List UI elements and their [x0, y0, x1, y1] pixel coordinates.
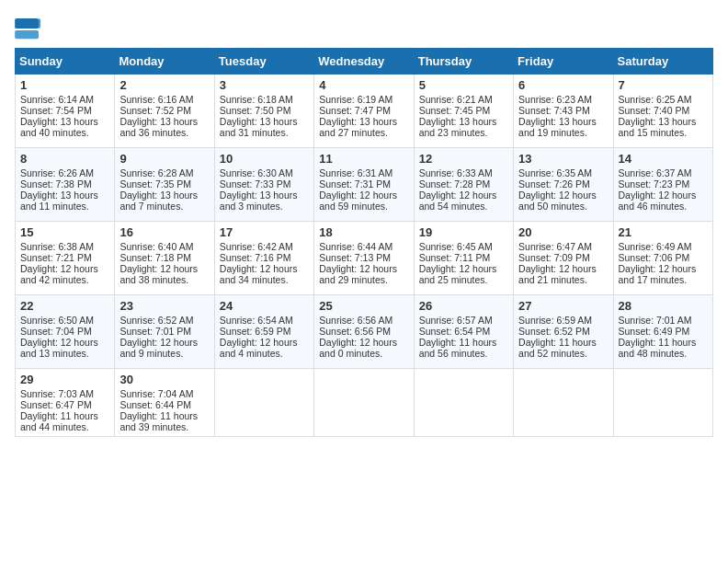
day-info-line: Daylight: 12 hours	[419, 263, 508, 274]
day-info-line: Sunset: 7:09 PM	[518, 252, 608, 263]
day-info-line: Sunrise: 6:37 AM	[619, 167, 708, 178]
calendar-cell: 9Sunrise: 6:28 AMSunset: 7:35 PMDaylight…	[115, 148, 214, 222]
day-info-line: Sunrise: 6:23 AM	[518, 94, 608, 105]
day-info-line: Sunset: 6:54 PM	[419, 326, 508, 337]
calendar-cell	[514, 369, 613, 437]
calendar-cell: 30Sunrise: 7:04 AMSunset: 6:44 PMDayligh…	[115, 369, 214, 437]
calendar-table: SundayMondayTuesdayWednesdayThursdayFrid…	[15, 48, 713, 437]
calendar-cell: 4Sunrise: 6:19 AMSunset: 7:47 PMDaylight…	[314, 75, 414, 148]
day-number: 21	[619, 225, 708, 239]
day-info-line: Daylight: 12 hours	[419, 190, 508, 201]
calendar-cell	[613, 369, 712, 437]
day-info-line: Daylight: 11 hours	[619, 337, 708, 348]
day-info-line: Daylight: 13 hours	[20, 116, 109, 127]
header-thursday: Thursday	[414, 49, 513, 75]
day-info-line: and 4 minutes.	[220, 348, 309, 359]
calendar-cell	[214, 369, 313, 437]
day-number: 30	[119, 373, 209, 386]
day-info-line: Sunrise: 6:45 AM	[419, 241, 508, 252]
day-info-line: Daylight: 12 hours	[518, 263, 608, 274]
svg-rect-2	[15, 30, 39, 39]
day-number: 17	[220, 225, 309, 239]
day-number: 4	[319, 78, 408, 92]
day-info-line: and 13 minutes.	[20, 348, 109, 359]
day-info-line: and 15 minutes.	[619, 127, 708, 138]
header-saturday: Saturday	[613, 49, 712, 75]
day-info-line: Daylight: 13 hours	[619, 116, 708, 127]
day-info-line: Sunset: 7:52 PM	[119, 105, 209, 116]
day-info-line: Daylight: 12 hours	[619, 190, 708, 201]
day-info-line: Daylight: 12 hours	[319, 263, 408, 274]
day-info-line: Sunrise: 6:35 AM	[518, 167, 608, 178]
calendar-cell: 26Sunrise: 6:57 AMSunset: 6:54 PMDayligh…	[414, 295, 513, 369]
day-info-line: and 9 minutes.	[119, 348, 209, 359]
day-info-line: Sunset: 7:40 PM	[619, 105, 708, 116]
day-info-line: and 39 minutes.	[119, 421, 209, 432]
calendar-cell: 5Sunrise: 6:21 AMSunset: 7:45 PMDaylight…	[414, 75, 513, 148]
day-info-line: Sunrise: 6:44 AM	[319, 241, 408, 252]
day-info-line: Daylight: 11 hours	[20, 410, 109, 421]
day-number: 6	[518, 78, 608, 92]
day-info-line: Sunrise: 6:19 AM	[319, 94, 408, 105]
day-info-line: Daylight: 13 hours	[220, 116, 309, 127]
day-info-line: Sunrise: 7:03 AM	[20, 388, 109, 399]
day-info-line: Sunset: 7:23 PM	[619, 178, 708, 190]
day-info-line: Sunset: 7:21 PM	[20, 252, 109, 263]
day-info-line: Daylight: 11 hours	[518, 337, 608, 348]
svg-marker-1	[39, 18, 40, 29]
day-info-line: Sunset: 7:01 PM	[119, 326, 209, 337]
header-tuesday: Tuesday	[214, 49, 313, 75]
day-info-line: and 19 minutes.	[518, 127, 608, 138]
day-info-line: and 25 minutes.	[419, 274, 508, 285]
day-info-line: Sunset: 7:13 PM	[319, 252, 408, 263]
day-number: 10	[220, 152, 309, 166]
day-info-line: Daylight: 11 hours	[119, 410, 209, 421]
day-info-line: Sunset: 7:16 PM	[220, 252, 309, 263]
day-info-line: Sunset: 6:44 PM	[119, 399, 209, 410]
day-info-line: and 42 minutes.	[20, 274, 109, 285]
svg-rect-0	[15, 18, 39, 29]
day-info-line: and 29 minutes.	[319, 274, 408, 285]
header-monday: Monday	[115, 49, 214, 75]
day-info-line: Sunset: 7:11 PM	[419, 252, 508, 263]
day-info-line: and 23 minutes.	[419, 127, 508, 138]
day-info-line: Daylight: 13 hours	[419, 116, 508, 127]
day-number: 1	[20, 78, 109, 92]
calendar-cell: 10Sunrise: 6:30 AMSunset: 7:33 PMDayligh…	[214, 148, 313, 222]
calendar-cell: 18Sunrise: 6:44 AMSunset: 7:13 PMDayligh…	[314, 222, 414, 295]
calendar-cell: 25Sunrise: 6:56 AMSunset: 6:56 PMDayligh…	[314, 295, 414, 369]
day-info-line: Sunset: 6:56 PM	[319, 326, 408, 337]
day-number: 28	[619, 299, 708, 313]
calendar-cell: 21Sunrise: 6:49 AMSunset: 7:06 PMDayligh…	[613, 222, 712, 295]
day-info-line: and 17 minutes.	[619, 274, 708, 285]
calendar-cell: 7Sunrise: 6:25 AMSunset: 7:40 PMDaylight…	[613, 75, 712, 148]
day-info-line: Sunrise: 6:31 AM	[319, 167, 408, 178]
calendar-cell: 1Sunrise: 6:14 AMSunset: 7:54 PMDaylight…	[16, 75, 115, 148]
day-info-line: Sunrise: 6:25 AM	[619, 94, 708, 105]
logo	[15, 18, 42, 40]
day-info-line: Sunset: 7:06 PM	[619, 252, 708, 263]
calendar-cell: 28Sunrise: 7:01 AMSunset: 6:49 PMDayligh…	[613, 295, 712, 369]
day-info-line: and 31 minutes.	[220, 127, 309, 138]
day-info-line: and 52 minutes.	[518, 348, 608, 359]
day-info-line: Sunrise: 6:57 AM	[419, 315, 508, 326]
day-info-line: Daylight: 12 hours	[119, 337, 209, 348]
day-info-line: and 7 minutes.	[119, 201, 209, 212]
day-info-line: and 27 minutes.	[319, 127, 408, 138]
day-info-line: Daylight: 12 hours	[319, 190, 408, 201]
day-number: 24	[220, 299, 309, 313]
calendar-cell: 16Sunrise: 6:40 AMSunset: 7:18 PMDayligh…	[115, 222, 214, 295]
day-info-line: Daylight: 13 hours	[220, 190, 309, 201]
day-info-line: Sunset: 7:35 PM	[119, 178, 209, 190]
day-info-line: Sunrise: 6:18 AM	[220, 94, 309, 105]
calendar-cell: 15Sunrise: 6:38 AMSunset: 7:21 PMDayligh…	[16, 222, 115, 295]
calendar-cell: 23Sunrise: 6:52 AMSunset: 7:01 PMDayligh…	[115, 295, 214, 369]
day-info-line: Sunrise: 6:52 AM	[119, 315, 209, 326]
day-info-line: Sunset: 6:52 PM	[518, 326, 608, 337]
day-info-line: and 21 minutes.	[518, 274, 608, 285]
day-info-line: Sunrise: 6:50 AM	[20, 315, 109, 326]
day-number: 29	[20, 373, 109, 386]
page-header	[15, 15, 713, 40]
day-info-line: Daylight: 12 hours	[119, 263, 209, 274]
day-number: 5	[419, 78, 508, 92]
